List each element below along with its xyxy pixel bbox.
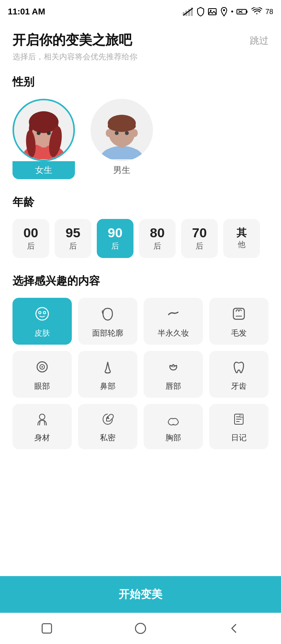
svg-point-20 [37, 131, 41, 135]
brow-icon [165, 306, 181, 324]
wifi-icon [251, 7, 262, 16]
body-icon [35, 412, 50, 430]
svg-rect-9 [246, 11, 247, 13]
svg-rect-1 [183, 12, 185, 16]
age-number-90: 90 [108, 226, 123, 239]
age-number-70: 70 [192, 226, 207, 239]
nav-square-button[interactable] [35, 617, 59, 640]
gender-section-title: 性别 [12, 75, 269, 89]
gender-section: 性别 [12, 75, 269, 179]
battery-x-icon [237, 8, 248, 15]
header-row: 开启你的变美之旅吧 跳过 [12, 31, 269, 48]
age-suffix-70: 后 [196, 241, 203, 251]
svg-rect-2 [185, 11, 187, 16]
svg-point-28 [132, 129, 138, 137]
svg-rect-3 [188, 9, 190, 16]
svg-rect-5 [208, 9, 216, 15]
face-label: 面部轮廓 [92, 328, 123, 338]
svg-text:T: T [241, 415, 243, 417]
age-number-other: 其 [237, 228, 247, 238]
main-content: 开启你的变美之旅吧 跳过 选择后，相关内容将会优先推荐给你 性别 [0, 23, 281, 505]
svg-point-7 [223, 9, 225, 11]
lip-icon [165, 359, 181, 377]
back-icon [227, 621, 241, 635]
interests-row1: 皮肤 面部轮廓 半永久妆 [12, 298, 269, 345]
age-section: 年龄 00 后 95 后 90 后 80 后 70 后 其 [12, 195, 269, 258]
status-time: 11:01 AM [8, 7, 45, 17]
interest-brow[interactable]: 半永久妆 [144, 298, 203, 345]
battery-level: 78 [265, 8, 273, 16]
private-label: 私密 [100, 432, 116, 443]
hair-label: 毛发 [231, 328, 247, 338]
breast-icon [166, 412, 181, 430]
interest-hair[interactable]: 毛发 [209, 298, 269, 345]
skip-button[interactable]: 跳过 [250, 31, 269, 47]
age-other[interactable]: 其 他 [223, 219, 260, 258]
svg-point-21 [47, 131, 51, 135]
age-90[interactable]: 90 后 [97, 219, 133, 258]
gender-options: 女生 [12, 99, 269, 179]
nav-home-button[interactable] [129, 617, 152, 640]
age-suffix-other: 他 [238, 239, 245, 250]
svg-point-29 [115, 131, 119, 135]
age-70[interactable]: 70 后 [181, 219, 218, 258]
age-00[interactable]: 00 后 [12, 219, 49, 258]
svg-point-22 [100, 146, 143, 159]
lip-label: 唇部 [165, 381, 181, 391]
female-avatar-circle [12, 99, 75, 161]
svg-point-26 [108, 121, 136, 132]
svg-rect-34 [233, 308, 244, 319]
face-icon [100, 306, 116, 324]
interest-body[interactable]: 身材 [12, 404, 72, 449]
start-button[interactable]: 开始变美 [0, 576, 281, 613]
hair-icon [231, 306, 247, 324]
tooth-label: 牙齿 [231, 381, 247, 391]
eye-label: 眼部 [34, 381, 50, 391]
nav-back-button[interactable] [222, 617, 246, 640]
age-options: 00 后 95 后 90 后 80 后 70 后 其 他 [12, 219, 269, 258]
interests-section-title: 选择感兴趣的内容 [12, 274, 269, 288]
male-label: 男生 [91, 161, 153, 179]
interests-section: 选择感兴趣的内容 皮肤 [12, 274, 269, 449]
interest-tooth[interactable]: 牙齿 [209, 351, 269, 398]
brow-label: 半永久妆 [158, 328, 189, 338]
page-title: 开启你的变美之旅吧 [12, 31, 132, 48]
svg-rect-46 [42, 624, 52, 633]
interest-eye[interactable]: 眼部 [12, 351, 72, 398]
age-suffix-80: 后 [153, 241, 161, 251]
dot: • [231, 8, 233, 16]
skin-icon [34, 306, 50, 324]
shield-icon [197, 7, 205, 16]
age-suffix-00: 后 [27, 241, 35, 251]
nose-icon [100, 359, 116, 377]
age-number-00: 00 [23, 226, 38, 239]
eye-icon [34, 359, 50, 377]
svg-point-47 [135, 623, 146, 633]
female-avatar-svg [18, 101, 69, 159]
interest-breast[interactable]: 胸部 [144, 404, 203, 449]
location-icon [220, 7, 228, 16]
interest-private[interactable]: 私密 [78, 404, 137, 449]
interest-lip[interactable]: 唇部 [144, 351, 203, 398]
breast-label: 胸部 [165, 432, 181, 443]
interest-diary[interactable]: T 日记 [209, 404, 269, 449]
gender-female[interactable]: 女生 [12, 99, 75, 179]
age-80[interactable]: 80 后 [139, 219, 176, 258]
interest-face[interactable]: 面部轮廓 [78, 298, 137, 345]
private-icon [100, 412, 115, 430]
svg-point-37 [41, 366, 43, 368]
age-95[interactable]: 95 后 [55, 219, 91, 258]
male-avatar-circle [91, 99, 153, 161]
page-subtitle: 选择后，相关内容将会优先推荐给你 [12, 52, 269, 62]
age-suffix-95: 后 [69, 241, 77, 251]
tooth-icon [231, 359, 247, 377]
interest-nose[interactable]: 鼻部 [78, 351, 137, 398]
status-icons: • 78 [183, 7, 273, 16]
interest-skin[interactable]: 皮肤 [12, 298, 72, 345]
svg-point-27 [106, 129, 111, 137]
square-icon [40, 621, 54, 635]
svg-point-31 [36, 308, 48, 320]
svg-point-30 [125, 131, 129, 135]
gallery-icon [208, 7, 217, 16]
gender-male[interactable]: 男生 [91, 99, 153, 179]
